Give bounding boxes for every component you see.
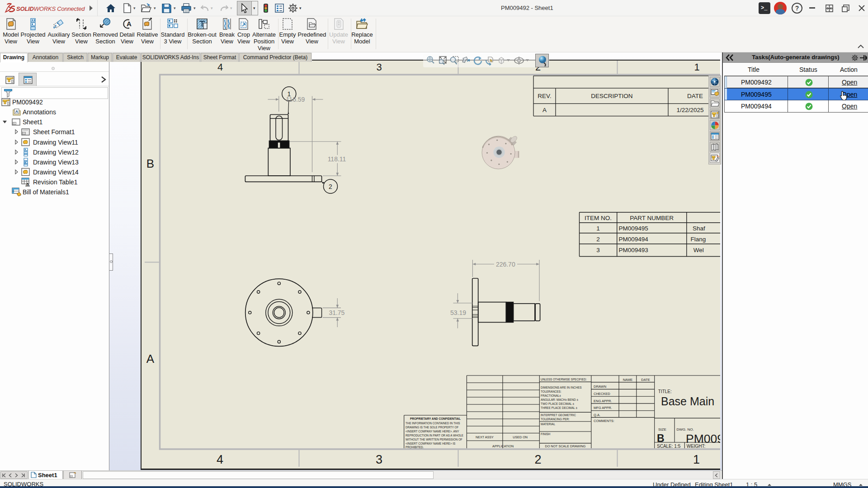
svg-text:3: 3 bbox=[596, 247, 600, 253]
svg-text:1: 1 bbox=[27, 183, 28, 186]
svg-text:1/22/2025: 1/22/2025 bbox=[676, 107, 703, 113]
svg-text:PM009493: PM009493 bbox=[619, 247, 648, 253]
svg-text:NEXT ASSY: NEXT ASSY bbox=[476, 435, 494, 439]
svg-text:B: B bbox=[146, 157, 154, 170]
svg-text:TOLERANCING PER:: TOLERANCING PER: bbox=[541, 418, 570, 421]
svg-text:FINISH: FINISH bbox=[541, 432, 551, 436]
svg-text:SIZE: SIZE bbox=[658, 427, 666, 432]
svg-text:<INSERT COMPANY NAME HERE> IS: <INSERT COMPANY NAME HERE> IS bbox=[406, 442, 455, 445]
svg-text:WEIGHT:: WEIGHT: bbox=[687, 444, 706, 449]
svg-text:A: A bbox=[15, 109, 19, 114]
svg-text:4: 4 bbox=[217, 453, 223, 466]
svg-text:SCALE: 1:5: SCALE: 1:5 bbox=[657, 444, 681, 449]
svg-text:APPLICATION: APPLICATION bbox=[492, 444, 514, 448]
svg-text:DESCRIPTION: DESCRIPTION bbox=[591, 93, 632, 99]
svg-text:PART NUMBER: PART NUMBER bbox=[630, 215, 674, 221]
svg-text:NAME: NAME bbox=[623, 378, 633, 382]
svg-text:2: 2 bbox=[596, 236, 600, 243]
svg-text:53.19: 53.19 bbox=[450, 309, 466, 316]
svg-text:SOLIDWORKS Connected: SOLIDWORKS Connected bbox=[16, 5, 85, 12]
svg-text:4: 4 bbox=[217, 61, 223, 73]
svg-text:1: 1 bbox=[693, 453, 700, 466]
svg-text:31.75: 31.75 bbox=[329, 309, 344, 316]
svg-text:DIMENSIONS ARE IN INCHES: DIMENSIONS ARE IN INCHES bbox=[541, 386, 582, 389]
svg-text:B: B bbox=[657, 432, 665, 444]
svg-text:PROHIBITED.: PROHIBITED. bbox=[406, 446, 424, 449]
svg-text:PM009495: PM009495 bbox=[619, 225, 648, 232]
svg-text:DATE: DATE bbox=[687, 93, 703, 99]
svg-text:?: ? bbox=[795, 5, 799, 12]
svg-text:ITEM NO.: ITEM NO. bbox=[585, 215, 612, 221]
svg-text:1: 1 bbox=[694, 61, 699, 73]
svg-text:DWG. NO.: DWG. NO. bbox=[677, 427, 694, 432]
svg-text:PROPRIETARY AND CONFIDENTIAL: PROPRIETARY AND CONFIDENTIAL bbox=[410, 417, 461, 420]
svg-text:226.70: 226.70 bbox=[496, 261, 515, 268]
svg-text:REPRODUCTION IN PART OR AS A W: REPRODUCTION IN PART OR AS A WHOLE bbox=[406, 434, 463, 437]
svg-text:MFG APPR.: MFG APPR. bbox=[594, 406, 612, 410]
svg-text:Base Main: Base Main bbox=[661, 395, 714, 408]
svg-text:THE INFORMATION CONTAINED IN T: THE INFORMATION CONTAINED IN THIS bbox=[406, 422, 460, 425]
svg-text:THREE PLACE DECIMAL ±: THREE PLACE DECIMAL ± bbox=[541, 406, 577, 409]
svg-text:PM009494: PM009494 bbox=[619, 236, 649, 243]
svg-text:2: 2 bbox=[329, 183, 332, 190]
svg-text:3: 3 bbox=[376, 453, 382, 466]
svg-text:UNLESS OTHERWISE SPECIFIED:: UNLESS OTHERWISE SPECIFIED: bbox=[541, 378, 587, 381]
svg-text:CHECKED: CHECKED bbox=[594, 392, 610, 396]
svg-text:COMMENTS:: COMMENTS: bbox=[594, 419, 614, 423]
svg-text:Shaf: Shaf bbox=[693, 225, 705, 232]
svg-text:WITHOUT THE WRITTEN PERMISSION: WITHOUT THE WRITTEN PERMISSION OF bbox=[406, 438, 462, 441]
svg-text:118.11: 118.11 bbox=[328, 155, 346, 163]
svg-text:TOLERANCES:: TOLERANCES: bbox=[541, 390, 561, 393]
svg-text:Q.A.: Q.A. bbox=[594, 413, 600, 417]
svg-text:DRAWING IS THE SOLE PROPERTY O: DRAWING IS THE SOLE PROPERTY OF bbox=[406, 426, 458, 429]
svg-text:Wel: Wel bbox=[693, 247, 704, 253]
svg-text:3: 3 bbox=[376, 61, 382, 73]
svg-text:REV.: REV. bbox=[538, 93, 551, 99]
svg-text:116.59: 116.59 bbox=[286, 96, 305, 103]
svg-text:ANGULAR: MACH± BEND ±: ANGULAR: MACH± BEND ± bbox=[541, 398, 578, 401]
svg-text:TITLE:: TITLE: bbox=[658, 389, 672, 394]
svg-text:<INSERT COMPANY NAME HERE>. A: <INSERT COMPANY NAME HERE>. ANY bbox=[406, 430, 459, 433]
svg-text:TWO PLACE DECIMAL ±: TWO PLACE DECIMAL ± bbox=[541, 402, 575, 405]
svg-text:2: 2 bbox=[534, 453, 541, 466]
svg-text:DRAWN: DRAWN bbox=[594, 385, 606, 389]
svg-text:USED ON: USED ON bbox=[513, 435, 528, 439]
svg-text:A: A bbox=[146, 352, 155, 366]
svg-text:ENG APPR.: ENG APPR. bbox=[594, 399, 612, 403]
svg-text:MATERIAL: MATERIAL bbox=[541, 422, 555, 426]
svg-text:A: A bbox=[127, 20, 132, 28]
svg-text:DO NOT SCALE DRAWING: DO NOT SCALE DRAWING bbox=[545, 444, 586, 448]
svg-text:1: 1 bbox=[596, 225, 600, 232]
svg-text:FRACTIONAL±: FRACTIONAL± bbox=[541, 394, 561, 397]
svg-text:INTERPRET GEOMETRIC: INTERPRET GEOMETRIC bbox=[541, 413, 576, 417]
svg-text:A: A bbox=[542, 107, 547, 113]
svg-text:Flang: Flang bbox=[691, 236, 706, 243]
svg-text:DATE: DATE bbox=[641, 378, 650, 382]
